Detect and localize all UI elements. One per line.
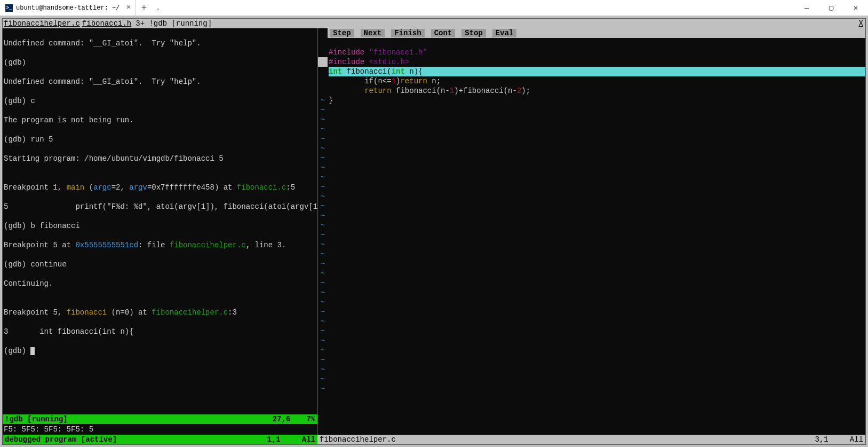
- gdb-line: 3 int fibonacci(int n){: [4, 327, 316, 336]
- maximize-button[interactable]: ▢: [819, 0, 843, 15]
- gdb-toolbar: Step Next Finish Cont Stop Eval: [328, 28, 865, 38]
- window-titlebar: >_ ubuntu@handsome-tattler: ~/ × + ⌄ — ▢…: [0, 0, 868, 16]
- gdb-prompt[interactable]: (gdb): [4, 346, 316, 356]
- terminal-tab[interactable]: >_ ubuntu@handsome-tattler: ~/ ×: [0, 0, 136, 15]
- status-right: fibonaccihelper.c 3,1 All: [317, 435, 865, 444]
- code-line: #include "fibonacci.h": [329, 48, 427, 57]
- status-left-pos: 1,1: [267, 435, 281, 444]
- tab-strip: >_ ubuntu@handsome-tattler: ~/ × + ⌄: [0, 0, 164, 15]
- tab-file-2[interactable]: fibonacci.h: [81, 19, 132, 28]
- gdb-line: Breakpoint 1, main (argc=2, argv=0x7ffff…: [4, 183, 316, 192]
- cont-button[interactable]: Cont: [431, 29, 456, 37]
- split-container: Undefined command: "__GI_atoi". Try "hel…: [3, 28, 865, 435]
- gdb-line: Breakpoint 5 at 0x5555555551cd: file fib…: [4, 240, 316, 250]
- cursor-icon: [30, 347, 35, 355]
- gdb-line: The program is not being run.: [4, 115, 316, 125]
- close-button[interactable]: ✕: [843, 0, 868, 15]
- gdb-line: (gdb) continue: [4, 260, 316, 269]
- gdb-line: Starting program: /home/ubuntu/vimgdb/fi…: [4, 154, 316, 163]
- minimize-button[interactable]: —: [794, 0, 819, 15]
- status-left: debugged program [active] 1,1 All: [3, 435, 317, 444]
- gdb-line: Undefined command: "__GI_atoi". Try "hel…: [4, 38, 316, 48]
- terminal-area[interactable]: fibonaccihelper.c fibonacci.h 3+ !gdb [r…: [2, 18, 866, 445]
- status-right-pos: 3,1: [815, 435, 829, 444]
- tab-dropdown-icon[interactable]: ⌄: [152, 5, 164, 11]
- sign-column: ~~~~~~~~~~~~~~~~~~~~~~~~~~~~~~~: [318, 28, 328, 435]
- status-name: !gdb [running]: [5, 415, 68, 424]
- code-line: #include <stdio.h>: [329, 58, 409, 66]
- gdb-line: Continuing.: [4, 279, 316, 288]
- gdb-line: (gdb): [4, 58, 316, 67]
- gdb-pane[interactable]: Undefined command: "__GI_atoi". Try "hel…: [3, 28, 317, 435]
- new-tab-button[interactable]: +: [136, 3, 152, 13]
- code-line: }: [329, 96, 333, 105]
- status-left-name: debugged program [active]: [5, 435, 117, 444]
- status-right-all: All: [850, 435, 863, 444]
- tab-info: 3+ !gdb [running]: [136, 19, 212, 28]
- source-pane[interactable]: ~~~~~~~~~~~~~~~~~~~~~~~~~~~~~~~ Step Nex…: [318, 28, 865, 435]
- eval-button[interactable]: Eval: [492, 29, 517, 37]
- code-current-line: int fibonacci(int n){: [329, 67, 865, 76]
- source-code[interactable]: #include "fibonacci.h" #include <stdio.h…: [328, 38, 865, 435]
- code-line: if(n<=1)return n;: [329, 77, 441, 85]
- gdb-line: (gdb) c: [4, 96, 316, 106]
- status-pct: 7%: [306, 415, 315, 424]
- tabline-close[interactable]: X: [859, 19, 863, 28]
- code-line: return fibonacci(n-1)+fibonacci(n-2);: [329, 87, 530, 95]
- window-controls: — ▢ ✕: [794, 0, 868, 15]
- next-button[interactable]: Next: [361, 29, 385, 37]
- status-left-all: All: [302, 435, 315, 444]
- status-right-name: fibonaccihelper.c: [320, 435, 396, 444]
- gdb-line: (gdb) b fibonacci: [4, 221, 316, 231]
- gdb-output[interactable]: Undefined command: "__GI_atoi". Try "hel…: [3, 28, 317, 414]
- gdb-statusline: !gdb [running] 27,6 7%: [3, 414, 317, 424]
- stop-button[interactable]: Stop: [461, 29, 486, 37]
- tab-title: ubuntu@handsome-tattler: ~/: [16, 4, 120, 12]
- program-stdout: F5: 5F5: 5F5: 5F5: 5: [3, 424, 317, 435]
- finish-button[interactable]: Finish: [391, 29, 424, 37]
- tab-close-icon[interactable]: ×: [126, 3, 131, 12]
- gdb-line: Breakpoint 5, fibonacci (n=0) at fibonac…: [4, 308, 316, 317]
- gdb-line: 5 printf("F%d: %d", atoi(argv[1]), fibon…: [4, 202, 316, 211]
- step-button[interactable]: Step: [330, 29, 354, 37]
- status-pos: 27,6: [273, 415, 291, 424]
- powershell-icon: >_: [5, 4, 13, 12]
- gdb-line: Undefined command: "__GI_atoi". Try "hel…: [4, 77, 316, 87]
- gdb-line: (gdb) run 5: [4, 135, 316, 144]
- tab-file-1[interactable]: fibonaccihelper.c: [3, 19, 81, 28]
- bottom-statusline: debugged program [active] 1,1 All fibona…: [3, 435, 865, 444]
- vim-tabline: fibonaccihelper.c fibonacci.h 3+ !gdb [r…: [3, 19, 865, 28]
- current-line-marker: [318, 57, 328, 67]
